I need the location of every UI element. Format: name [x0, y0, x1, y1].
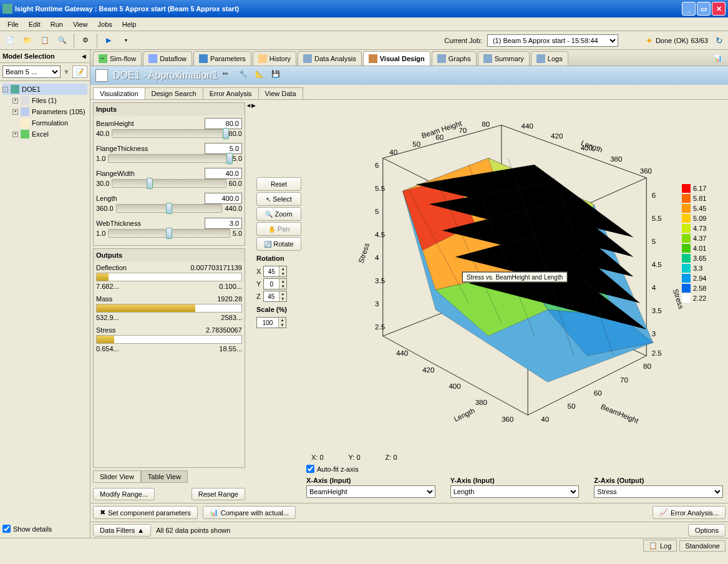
- svg-text:420: 420: [422, 366, 434, 374]
- tab-visual-design[interactable]: Visual Design: [363, 51, 430, 66]
- subtab-visualization[interactable]: Visualization: [93, 87, 145, 99]
- hdr-btn-4[interactable]: 💾: [271, 70, 283, 81]
- legend-row: 4.73: [682, 223, 726, 233]
- svg-text:5.5: 5.5: [375, 184, 385, 192]
- model-edit-button[interactable]: 📝: [72, 66, 87, 78]
- input-BeamHeight: BeamHeight 40.0 80.0: [96, 118, 242, 138]
- pan-button[interactable]: ✋ Pan: [256, 222, 301, 236]
- collapse-handle[interactable]: ◄▶: [248, 102, 254, 500]
- maximize-button[interactable]: ▭: [697, 2, 711, 16]
- toolbar-btn-3[interactable]: 📋: [37, 33, 52, 48]
- zoom-button[interactable]: 🔍 Zoom: [256, 207, 301, 221]
- input-FlangeThickness-slider[interactable]: [108, 154, 230, 163]
- input-FlangeWidth-slider[interactable]: [112, 179, 226, 188]
- data-filters-button[interactable]: Data Filters ▲: [93, 524, 151, 537]
- input-BeamHeight-slider[interactable]: [112, 129, 226, 138]
- input-FlangeThickness: FlangeThickness 1.0 5.0: [96, 143, 242, 163]
- svg-text:40: 40: [541, 415, 549, 423]
- xaxis-select[interactable]: BeamHeight: [306, 485, 435, 498]
- toolbar-btn-5[interactable]: ⚙: [78, 33, 93, 48]
- tab-sim-flow[interactable]: →Sim-flow: [93, 51, 142, 66]
- zaxis-select[interactable]: Stress: [594, 485, 723, 498]
- tab-dataflow[interactable]: Dataflow: [143, 51, 192, 66]
- sidebar: Model Selection ◄ Beam 5 ... ▼ 📝 -DOE1 +…: [0, 50, 90, 538]
- input-WebThickness-slider[interactable]: [108, 229, 230, 238]
- plot-tooltip: Stress vs. BeamHeight and Length: [462, 271, 568, 282]
- svg-text:5: 5: [652, 237, 656, 245]
- svg-text:50: 50: [568, 402, 576, 410]
- svg-text:5.5: 5.5: [652, 214, 662, 222]
- menu-help[interactable]: Help: [117, 21, 142, 28]
- options-button[interactable]: Options: [688, 524, 726, 537]
- error-analysis-button[interactable]: 📈 Error Analysis...: [653, 506, 726, 519]
- subtabs: Visualization Design Search Error Analys…: [90, 85, 728, 100]
- rotate-button[interactable]: 🔄 Rotate: [256, 237, 301, 251]
- slider-view-tab[interactable]: Slider View: [93, 470, 141, 483]
- menu-run[interactable]: Run: [46, 21, 68, 28]
- run-dropdown[interactable]: ▼: [119, 33, 133, 48]
- tab-parameters[interactable]: Parameters: [193, 51, 251, 66]
- toolbar-btn-4[interactable]: 🔍: [55, 33, 70, 48]
- outputs-list: Deflection0.007703171139 7.682...0.100..…: [94, 261, 245, 360]
- show-details-checkbox[interactable]: Show details: [2, 525, 52, 533]
- input-FlangeThickness-value[interactable]: [205, 143, 242, 154]
- reset-range-button[interactable]: Reset Range: [192, 488, 245, 500]
- close-button[interactable]: ✕: [712, 2, 726, 16]
- xaxis-label: X-Axis (Input): [306, 477, 435, 484]
- current-job-select[interactable]: (1) Beam 5 Approx start - 15:58:44: [487, 34, 618, 47]
- tab-data-analysis[interactable]: Data Analysis: [298, 51, 362, 66]
- log-button[interactable]: 📋 Log: [643, 540, 677, 552]
- tab-graphs[interactable]: Graphs: [432, 51, 477, 66]
- table-view-tab[interactable]: Table View: [141, 470, 188, 483]
- svg-text:440: 440: [396, 349, 408, 357]
- yaxis-select[interactable]: Length: [450, 485, 580, 498]
- model-tree[interactable]: -DOE1 +Files (1) +Parameters (105) Formu…: [0, 81, 90, 142]
- legend-row: 5.45: [682, 203, 726, 213]
- rotation-x-input[interactable]: ▲▼: [263, 266, 287, 277]
- scale-label: Scale (%): [256, 303, 301, 316]
- scale-input[interactable]: ▲▼: [256, 317, 286, 328]
- reset-button[interactable]: Reset: [256, 177, 301, 191]
- menu-jobs[interactable]: Jobs: [93, 21, 117, 28]
- hdr-btn-2[interactable]: 🔧: [239, 70, 250, 81]
- hdr-btn-1[interactable]: ✏: [223, 70, 234, 81]
- legend-row: 4.37: [682, 233, 726, 243]
- tree-excel: +Excel: [2, 129, 87, 140]
- compare-button[interactable]: 📊 Compare with actual...: [203, 506, 296, 519]
- refresh-icon[interactable]: ↻: [716, 36, 726, 46]
- svg-text:420: 420: [551, 132, 563, 140]
- subtab-error-analysis[interactable]: Error Analysis: [203, 87, 259, 99]
- tabs-menu-icon[interactable]: 📊: [711, 51, 726, 66]
- sidebar-close-icon[interactable]: ◄: [80, 52, 87, 60]
- input-WebThickness-value[interactable]: [205, 218, 242, 229]
- surface-plot[interactable]: Stress Stress Length BeamHeight Beam Hei…: [304, 102, 726, 451]
- menu-view[interactable]: View: [68, 21, 93, 28]
- autofit-checkbox[interactable]: Auto-fit z-axis: [306, 465, 723, 473]
- tab-summary[interactable]: Summary: [478, 51, 530, 66]
- rotation-z-input[interactable]: ▲▼: [263, 291, 287, 302]
- rotation-y-input[interactable]: ▲▼: [263, 278, 287, 289]
- minimize-button[interactable]: _: [682, 2, 696, 16]
- menu-file[interactable]: File: [2, 21, 24, 28]
- titlebar: Isight Runtime Gateway : Beam 5 Approx s…: [0, 0, 728, 17]
- input-Length-slider[interactable]: [116, 204, 223, 213]
- model-select[interactable]: Beam 5 ...: [2, 66, 61, 78]
- subtab-design-search[interactable]: Design Search: [145, 87, 203, 99]
- subtab-view-data[interactable]: View Data: [258, 87, 303, 99]
- select-button[interactable]: ↖ Select: [256, 192, 301, 206]
- run-button[interactable]: ▶: [101, 33, 116, 48]
- menu-edit[interactable]: Edit: [24, 21, 46, 28]
- toolbar-btn-1[interactable]: 📄: [2, 33, 17, 48]
- toolbar-btn-2[interactable]: 📁: [20, 33, 35, 48]
- yaxis-label: Y-Axis (Input): [450, 477, 580, 484]
- input-Length-value[interactable]: [205, 193, 242, 204]
- svg-text:3.5: 3.5: [652, 306, 662, 314]
- tab-history[interactable]: History: [253, 51, 296, 66]
- set-params-button[interactable]: ✖ Set component parameters: [93, 506, 198, 519]
- modify-range-button[interactable]: Modify Range...: [93, 488, 155, 500]
- hdr-btn-3[interactable]: 📐: [255, 70, 266, 81]
- tab-logs[interactable]: Logs: [531, 51, 568, 66]
- svg-text:440: 440: [522, 122, 533, 130]
- input-FlangeWidth-value[interactable]: [205, 168, 242, 179]
- menubar: File Edit Run View Jobs Help: [0, 17, 728, 31]
